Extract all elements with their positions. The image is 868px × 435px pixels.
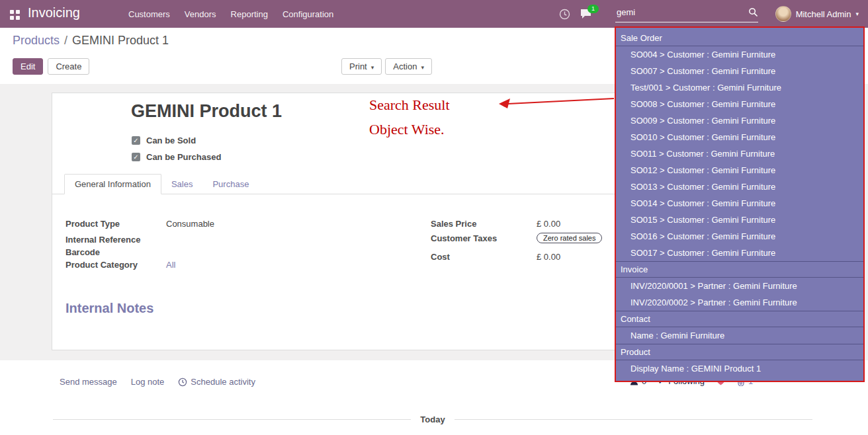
edit-button[interactable]: Edit (13, 58, 43, 75)
top-navbar: Invoicing Customers Vendors Reporting Co… (0, 0, 868, 28)
menu-item-configuration[interactable]: Configuration (282, 9, 333, 19)
checkbox-checked-icon: ✓ (132, 136, 140, 145)
caret-down-icon: ▾ (421, 64, 424, 71)
search-result-item[interactable]: Display Name : GEMINI Product 1 (616, 360, 863, 377)
field-label: Barcode (65, 247, 166, 257)
result-group-product: Product Display Name : GEMINI Product 1 (616, 344, 863, 377)
search-result-item[interactable]: SO012 > Customer : Gemini Furniture (616, 162, 863, 178)
message-count-badge: 1 (587, 5, 599, 13)
result-group-header: Contact (616, 311, 863, 327)
field-product-type: Product Type Consumable (65, 219, 214, 229)
field-label: Sales Price (431, 219, 537, 229)
action-button[interactable]: Action▾ (385, 58, 432, 75)
field-internal-reference: Internal Reference (65, 235, 166, 245)
annotation-line-1: Search Result (369, 97, 450, 114)
action-buttons: Print▾ Action▾ (341, 58, 432, 75)
action-label: Action (393, 61, 417, 71)
result-group-header: Product (616, 344, 863, 360)
menu-item-vendors[interactable]: Vendors (185, 9, 216, 19)
field-label: Cost (431, 252, 537, 262)
search-result-item[interactable]: Test/001 > Customer : Gemini Furniture (616, 79, 863, 96)
tab-sales[interactable]: Sales (161, 175, 203, 194)
annotation-arrow (498, 93, 617, 111)
apps-grid-icon[interactable] (10, 10, 14, 14)
tab-general-information[interactable]: General Information (64, 174, 161, 194)
field-label: Product Type (65, 219, 166, 229)
search-result-item[interactable]: SO009 > Customer : Gemini Furniture (616, 112, 863, 129)
tab-purchase[interactable]: Purchase (202, 175, 259, 194)
search-result-item[interactable]: SO013 > Customer : Gemini Furniture (616, 178, 863, 195)
log-note-link[interactable]: Log note (131, 377, 165, 387)
checkbox-checked-icon: ✓ (132, 153, 140, 161)
breadcrumb-current: GEMINI Product 1 (72, 34, 169, 47)
create-button[interactable]: Create (48, 58, 89, 75)
search-result-item[interactable]: SO016 > Customer : Gemini Furniture (616, 228, 863, 245)
field-sales-price: Sales Price £ 0.00 (431, 219, 560, 229)
internal-notes-heading: Internal Notes (65, 301, 153, 316)
search-result-item[interactable]: SO015 > Customer : Gemini Furniture (616, 212, 863, 228)
product-category-link[interactable]: All (166, 260, 175, 270)
search-results-dropdown: Sale Order SO004 > Customer : Gemini Fur… (615, 26, 865, 382)
schedule-clock-icon (178, 377, 187, 387)
form-buttons: Edit Create (13, 58, 89, 75)
tax-tag: Zero rated sales (537, 233, 602, 243)
search-result-item[interactable]: SO017 > Customer : Gemini Furniture (616, 245, 863, 261)
field-label: Internal Reference (65, 235, 166, 245)
main-menu: Customers Vendors Reporting Configuratio… (128, 0, 333, 28)
field-cost: Cost £ 0.00 (431, 252, 560, 262)
avatar (775, 6, 791, 22)
field-product-category: Product Category All (65, 260, 175, 270)
field-barcode: Barcode (65, 247, 166, 257)
chatter-actions: Send message Log note Schedule activity (60, 377, 255, 387)
annotation-line-2: Object Wise. (369, 121, 450, 138)
search-result-item[interactable]: SO014 > Customer : Gemini Furniture (616, 195, 863, 212)
product-title: GEMINI Product 1 (131, 101, 282, 122)
breadcrumb: Products/GEMINI Product 1 (13, 34, 169, 48)
search-result-item[interactable]: INV/2020/0001 > Partner : Gemini Furnitu… (616, 278, 863, 294)
schedule-activity-label: Schedule activity (191, 377, 255, 387)
search-result-item[interactable]: SO008 > Customer : Gemini Furniture (616, 96, 863, 112)
menu-item-reporting[interactable]: Reporting (231, 9, 268, 19)
field-label: Product Category (65, 260, 166, 270)
app-title[interactable]: Invoicing (28, 5, 80, 20)
print-label: Print (349, 61, 367, 71)
field-label: Customer Taxes (431, 233, 537, 243)
result-group-contact: Contact Name : Gemini Furniture (616, 311, 863, 344)
divider-line (455, 419, 812, 420)
search-result-item[interactable]: INV/2020/0002 > Partner : Gemini Furnitu… (616, 294, 863, 311)
search-result-item[interactable]: Name : Gemini Furniture (616, 327, 863, 344)
breadcrumb-separator: / (64, 34, 67, 47)
field-value: £ 0.00 (537, 252, 560, 262)
messages-icon[interactable]: 1 (580, 9, 593, 19)
search-result-item[interactable]: SO011 > Customer : Gemini Furniture (616, 145, 863, 162)
menu-item-customers[interactable]: Customers (128, 9, 170, 19)
result-group-sale-order: Sale Order SO004 > Customer : Gemini Fur… (616, 30, 863, 261)
field-value: £ 0.00 (537, 219, 560, 229)
search-input[interactable] (615, 7, 748, 19)
user-name: Mitchell Admin (796, 9, 851, 19)
schedule-activity-link[interactable]: Schedule activity (178, 377, 255, 387)
field-value: Consumable (166, 219, 214, 229)
result-group-header: Invoice (616, 261, 863, 278)
activities-clock-icon[interactable] (559, 9, 570, 20)
annotation-text: Search Result Object Wise. (369, 97, 450, 145)
checkbox-label: Can be Sold (146, 136, 196, 145)
today-label: Today (420, 415, 445, 424)
search-result-item[interactable]: SO007 > Customer : Gemini Furniture (616, 63, 863, 79)
checkbox-can-be-purchased[interactable]: ✓ Can be Purchased (132, 152, 221, 162)
search-icon[interactable] (748, 7, 758, 19)
search-result-item[interactable]: SO004 > Customer : Gemini Furniture (616, 46, 863, 63)
send-message-link[interactable]: Send message (60, 377, 117, 387)
navbar-search (615, 4, 758, 22)
breadcrumb-products-link[interactable]: Products (13, 34, 60, 47)
result-group-header: Sale Order (616, 30, 863, 46)
checkbox-can-be-sold[interactable]: ✓ Can be Sold (132, 136, 196, 145)
user-menu[interactable]: Mitchell Admin ▾ (775, 0, 859, 28)
field-customer-taxes: Customer Taxes Zero rated sales (431, 233, 602, 243)
result-group-invoice: Invoice INV/2020/0001 > Partner : Gemini… (616, 261, 863, 311)
caret-down-icon: ▾ (855, 11, 859, 17)
print-button[interactable]: Print▾ (341, 58, 382, 75)
search-result-item[interactable]: SO010 > Customer : Gemini Furniture (616, 129, 863, 145)
caret-down-icon: ▾ (371, 64, 374, 71)
divider-line (53, 419, 411, 420)
